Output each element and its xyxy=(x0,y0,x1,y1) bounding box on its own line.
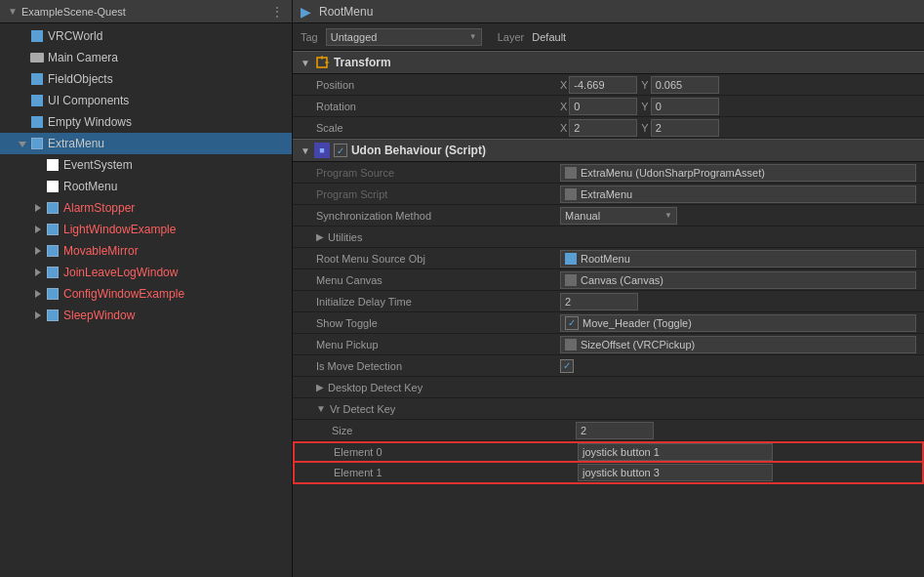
tree-item-join-leave[interactable]: JoinLeaveLogWindow xyxy=(0,262,292,283)
tree-arrow-alarm xyxy=(31,203,45,214)
tag-label: Tag xyxy=(301,31,318,43)
hierarchy-arrow: ▼ xyxy=(8,6,18,17)
menu-pickup-value: SizeOffset (VRCPickup) xyxy=(560,336,916,353)
size-label: Size xyxy=(332,425,576,436)
element1-value: joystick button 3 xyxy=(578,464,914,481)
config-window-icon xyxy=(45,286,60,302)
tree-item-field-objects[interactable]: FieldObjects xyxy=(0,68,292,90)
position-x-label: X xyxy=(560,79,567,91)
tree-arrow-extra-menu xyxy=(16,139,29,149)
light-window-icon xyxy=(45,222,60,237)
menu-canvas-label: Menu Canvas xyxy=(316,274,560,286)
scene-tree: VRCWorld Main Camera FieldObjects UI Com… xyxy=(0,23,292,577)
init-delay-label: Initialize Delay Time xyxy=(316,296,560,308)
desktop-detect-row: ▶ Desktop Detect Key xyxy=(293,377,924,398)
menu-pickup-field[interactable]: SizeOffset (VRCPickup) xyxy=(560,336,916,353)
init-delay-field[interactable]: 2 xyxy=(560,293,638,310)
tag-value: Untagged xyxy=(331,31,378,43)
tag-dropdown[interactable]: Untagged xyxy=(326,28,482,46)
scale-xyz: X 2 Y 2 xyxy=(560,119,719,137)
tree-label-main-camera: Main Camera xyxy=(48,51,118,64)
scale-y-label: Y xyxy=(641,122,648,134)
udon-header[interactable]: ▼ ■ ✓ Udon Behaviour (Script) xyxy=(293,139,924,162)
is-move-checkbox[interactable]: ✓ xyxy=(560,359,574,373)
tree-label-event-system: EventSystem xyxy=(63,158,133,172)
rotation-row: Rotation X 0 Y 0 xyxy=(293,96,924,117)
program-script-field[interactable]: ExtraMenu xyxy=(560,185,916,203)
program-script-icon xyxy=(565,188,577,200)
position-label: Position xyxy=(316,79,560,91)
hierarchy-menu-icon[interactable]: ⋮ xyxy=(270,4,284,20)
utilities-row: ▶ Utilities xyxy=(293,227,924,248)
vr-detect-row: ▼ Vr Detect Key xyxy=(293,398,924,420)
tree-item-extra-menu[interactable]: ExtraMenu xyxy=(0,133,292,154)
show-toggle-text: Move_Header (Toggle) xyxy=(583,317,692,329)
hierarchy-title: ExampleScene-Quest xyxy=(21,6,126,18)
tree-item-config-window[interactable]: ConfigWindowExample xyxy=(0,283,292,305)
init-delay-text: 2 xyxy=(565,296,571,308)
scene-hierarchy-panel: ▼ ExampleScene-Quest ⋮ VRCWorld Main Cam… xyxy=(0,0,293,577)
tree-item-event-system[interactable]: EventSystem xyxy=(0,154,292,176)
root-menu-source-field[interactable]: RootMenu xyxy=(560,250,916,268)
tree-label-vrworld: VRCWorld xyxy=(48,29,102,43)
size-row: Size 2 xyxy=(293,420,924,441)
root-menu-source-value: RootMenu xyxy=(560,250,916,268)
tree-item-empty-windows[interactable]: Empty Windows xyxy=(0,111,292,133)
scale-row: Scale X 2 Y 2 xyxy=(293,117,924,139)
element0-label: Element 0 xyxy=(334,446,578,458)
size-field[interactable]: 2 xyxy=(576,422,654,439)
tree-item-ui-components[interactable]: UI Components xyxy=(0,90,292,111)
sync-method-text: Manual xyxy=(565,210,600,222)
tree-item-main-camera[interactable]: Main Camera xyxy=(0,47,292,68)
tree-item-alarm-stopper[interactable]: AlarmStopper xyxy=(0,197,292,219)
menu-canvas-icon xyxy=(565,274,577,286)
rotation-label: Rotation xyxy=(316,101,560,112)
field-objects-icon xyxy=(29,71,45,87)
rotation-y-field: Y 0 xyxy=(641,98,718,115)
sync-method-dropdown[interactable]: Manual xyxy=(560,207,677,225)
scale-x-input[interactable]: 2 xyxy=(569,119,637,137)
scale-x-label: X xyxy=(560,122,567,134)
program-source-value: ExtraMenu (UdonSharpProgramAsset) xyxy=(560,164,916,182)
show-toggle-icon: ✓ xyxy=(565,316,579,330)
position-y-input[interactable]: 0.065 xyxy=(651,76,719,94)
utilities-label: Utilities xyxy=(328,231,362,243)
scale-y-input[interactable]: 2 xyxy=(651,119,719,137)
tree-item-root-menu[interactable]: RootMenu xyxy=(0,176,292,197)
sleep-window-icon xyxy=(45,308,60,323)
root-menu-object-icon: ▶ xyxy=(301,4,311,20)
show-toggle-field[interactable]: ✓ Move_Header (Toggle) xyxy=(560,314,916,332)
tree-label-movable-mirror: MovableMirror xyxy=(63,244,139,258)
rotation-y-input[interactable]: 0 xyxy=(651,98,719,115)
ui-components-icon xyxy=(29,93,45,108)
tree-item-vrworld[interactable]: VRCWorld xyxy=(0,25,292,47)
root-menu-source-row: Root Menu Source Obj RootMenu xyxy=(293,248,924,269)
rotation-x-field: X 0 xyxy=(560,98,637,115)
element0-field[interactable]: joystick button 1 xyxy=(578,443,773,461)
program-source-field[interactable]: ExtraMenu (UdonSharpProgramAsset) xyxy=(560,164,916,182)
menu-pickup-icon xyxy=(565,339,577,350)
program-script-value: ExtraMenu xyxy=(560,185,916,203)
menu-canvas-field[interactable]: Canvas (Canvas) xyxy=(560,271,916,289)
program-source-label: Program Source xyxy=(316,167,560,179)
rotation-x-input[interactable]: 0 xyxy=(569,98,637,115)
element1-field[interactable]: joystick button 3 xyxy=(578,464,773,481)
tree-arrow-mirror xyxy=(31,246,45,257)
init-delay-row: Initialize Delay Time 2 xyxy=(293,291,924,312)
tree-arrow-sleep xyxy=(31,310,45,321)
tree-item-movable-mirror[interactable]: MovableMirror xyxy=(0,240,292,262)
inspector-object-name: RootMenu xyxy=(319,5,373,19)
udon-enabled-checkbox[interactable]: ✓ xyxy=(334,144,347,157)
sync-method-value: Manual xyxy=(560,207,916,225)
position-row: Position X -4.669 Y 0.065 xyxy=(293,74,924,96)
element1-text: joystick button 3 xyxy=(583,467,660,478)
movable-mirror-icon xyxy=(45,243,60,259)
transform-header[interactable]: ▼ Transform xyxy=(293,51,924,74)
position-x-input[interactable]: -4.669 xyxy=(569,76,637,94)
tree-label-field-objects: FieldObjects xyxy=(48,72,113,86)
rotation-xyz: X 0 Y 0 xyxy=(560,98,719,115)
sync-method-row: Synchronization Method Manual xyxy=(293,205,924,227)
tree-item-light-window[interactable]: LightWindowExample xyxy=(0,219,292,240)
tree-item-sleep-window[interactable]: SleepWindow xyxy=(0,305,292,326)
show-toggle-row: Show Toggle ✓ Move_Header (Toggle) xyxy=(293,312,924,334)
